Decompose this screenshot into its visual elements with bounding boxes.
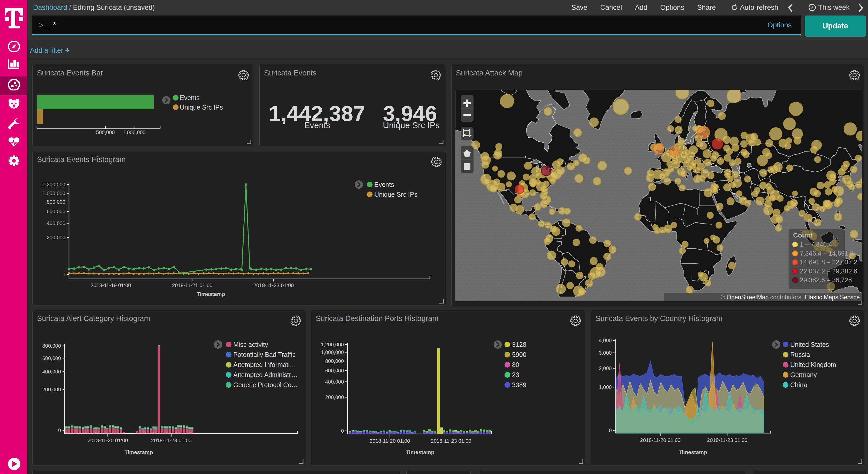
svg-text:800,000: 800,000 <box>42 343 61 349</box>
svg-text:600,000: 600,000 <box>42 355 61 361</box>
svg-text:14,691.8 – 22,037.2: 14,691.8 – 22,037.2 <box>800 259 857 266</box>
svg-text:Potentially Bad Traffic: Potentially Bad Traffic <box>233 351 296 358</box>
svg-text:Timestamp: Timestamp <box>679 449 707 455</box>
svg-text:80: 80 <box>512 361 519 368</box>
svg-text:1 – 7,346.4: 1 – 7,346.4 <box>800 241 832 248</box>
svg-text:600,000: 600,000 <box>47 209 65 214</box>
svg-text:2018-11-20 01:00: 2018-11-20 01:00 <box>88 438 128 443</box>
svg-text:500,000: 500,000 <box>96 129 115 135</box>
svg-text:200,000: 200,000 <box>42 387 61 392</box>
svg-text:800,000: 800,000 <box>325 358 344 364</box>
svg-text:Timestamp: Timestamp <box>125 449 153 455</box>
svg-text:United Kingdom: United Kingdom <box>790 361 836 368</box>
svg-text:7,346.4 – 14,691.8: 7,346.4 – 14,691.8 <box>800 250 854 257</box>
svg-text:2018-11-19 01:00: 2018-11-19 01:00 <box>91 283 131 288</box>
svg-text:United States: United States <box>790 341 829 348</box>
svg-text:1,200,000: 1,200,000 <box>321 342 344 347</box>
svg-text:Events: Events <box>180 94 199 101</box>
svg-text:Events: Events <box>374 181 394 188</box>
svg-text:600,000: 600,000 <box>325 368 344 374</box>
svg-text:23: 23 <box>512 371 519 378</box>
svg-text:2018-11-20 01:00: 2018-11-20 01:00 <box>640 437 680 443</box>
svg-text:1,000: 1,000 <box>599 384 612 390</box>
svg-text:1,200,000: 1,200,000 <box>42 182 65 187</box>
svg-text:2018-11-23 01:00: 2018-11-23 01:00 <box>431 438 471 444</box>
svg-text:400,000: 400,000 <box>325 379 344 385</box>
svg-text:2018-11-20 01:00: 2018-11-20 01:00 <box>370 438 410 444</box>
svg-text:4,000: 4,000 <box>599 337 612 343</box>
svg-text:Events: Events <box>304 120 331 130</box>
svg-text:1,000,000: 1,000,000 <box>123 129 146 135</box>
svg-text:Russia: Russia <box>790 351 810 358</box>
svg-text:800,000: 800,000 <box>47 199 65 205</box>
svg-text:400,000: 400,000 <box>47 220 65 226</box>
svg-text:2018-11-21 01:00: 2018-11-21 01:00 <box>172 283 212 288</box>
svg-text:Generic Protocol Co…: Generic Protocol Co… <box>233 381 298 388</box>
svg-text:Unique Src IPs: Unique Src IPs <box>383 120 440 130</box>
svg-text:Count: Count <box>793 231 812 239</box>
svg-text:Unique Src IPs: Unique Src IPs <box>180 103 223 111</box>
svg-text:3128: 3128 <box>512 341 526 348</box>
svg-text:29,382.6 – 36,728: 29,382.6 – 36,728 <box>800 276 852 284</box>
svg-text:Unique Src IPs: Unique Src IPs <box>374 191 417 198</box>
svg-text:Attempted Informati…: Attempted Informati… <box>233 361 296 368</box>
svg-text:2018-11-23 01:00: 2018-11-23 01:00 <box>253 283 294 288</box>
svg-text:400,000: 400,000 <box>42 369 61 375</box>
svg-text:0: 0 <box>63 272 65 277</box>
svg-text:0: 0 <box>609 427 612 433</box>
svg-text:Attempted Administr…: Attempted Administr… <box>233 371 298 378</box>
svg-text:0: 0 <box>58 427 61 433</box>
svg-text:2,000: 2,000 <box>599 365 612 371</box>
svg-text:China: China <box>790 381 807 388</box>
svg-text:3,000: 3,000 <box>599 350 612 356</box>
svg-text:3389: 3389 <box>512 381 526 388</box>
svg-text:22,037.2 – 29,382.6: 22,037.2 – 29,382.6 <box>800 267 857 275</box>
svg-text:Germany: Germany <box>790 371 817 378</box>
svg-text:5900: 5900 <box>512 351 526 358</box>
svg-text:0: 0 <box>341 428 344 434</box>
svg-text:Misc activity: Misc activity <box>233 341 268 348</box>
svg-text:2018-11-23 01:00: 2018-11-23 01:00 <box>151 438 191 443</box>
svg-text:1,000,000: 1,000,000 <box>42 190 65 196</box>
svg-text:200,000: 200,000 <box>47 235 65 240</box>
svg-text:1,000,000: 1,000,000 <box>321 349 344 355</box>
svg-text:Timestamp: Timestamp <box>406 449 435 455</box>
svg-text:Timestamp: Timestamp <box>196 291 225 297</box>
svg-text:200,000: 200,000 <box>325 394 344 400</box>
svg-text:2018-11-23 01:00: 2018-11-23 01:00 <box>707 437 747 443</box>
svg-text:© OpenStreetMap contributors,: © OpenStreetMap contributors, Elastic Ma… <box>720 294 860 301</box>
